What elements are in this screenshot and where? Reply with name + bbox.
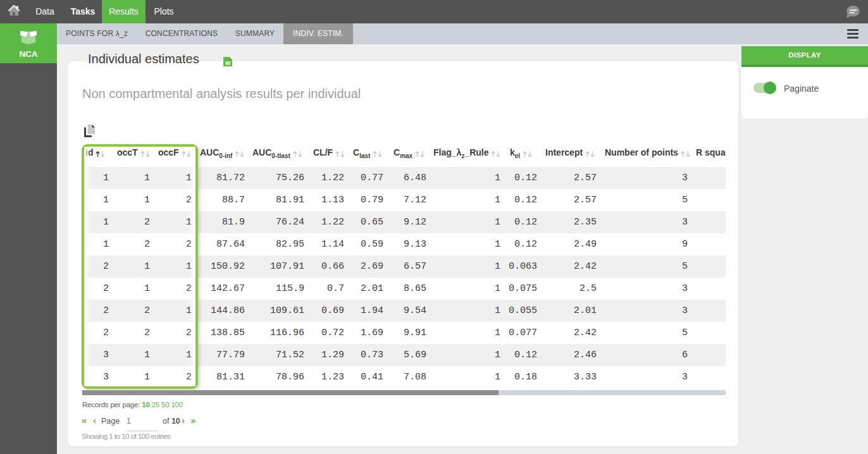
svg-text:w: w <box>225 59 231 66</box>
